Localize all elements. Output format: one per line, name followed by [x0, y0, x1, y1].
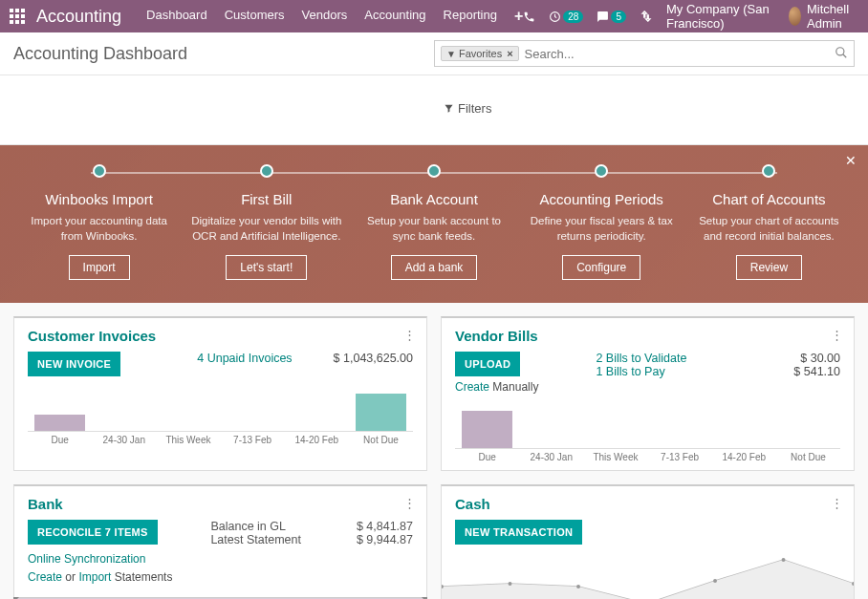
new-transaction-button[interactable]: NEW TRANSACTION: [455, 520, 582, 545]
company-switcher[interactable]: My Company (San Francisco): [666, 2, 775, 31]
nav-dashboard[interactable]: Dashboard: [146, 8, 207, 25]
unpaid-invoices-link[interactable]: 4 Unpaid Invoices: [197, 352, 292, 365]
online-sync-link[interactable]: Online Synchronization: [28, 552, 145, 566]
card-title[interactable]: Bank: [28, 496, 413, 512]
bills-to-pay-link[interactable]: 1 Bills to Pay: [596, 365, 664, 378]
user-name: Mitchell Admin: [807, 2, 858, 31]
validate-amount: $ 30.00: [754, 352, 840, 365]
cash-sparkline: [442, 558, 854, 599]
nav-reporting[interactable]: Reporting: [444, 8, 497, 25]
search-box[interactable]: ▼ Favorites ×: [434, 40, 855, 67]
review-button[interactable]: Review: [736, 255, 802, 280]
vendor-bar-chart: [455, 411, 840, 449]
svg-line-2: [843, 53, 847, 57]
step-winbooks: Winbooks Import Import your accounting d…: [15, 164, 183, 280]
card-bank: Bank RECONCILE 7 ITEMS Online Synchroniz…: [13, 484, 427, 599]
svg-point-1: [836, 47, 844, 54]
onboarding-banner: ✕ Winbooks Import Import your accounting…: [0, 145, 868, 303]
lets-start-button[interactable]: Let's start!: [226, 255, 307, 280]
user-menu[interactable]: Mitchell Admin: [789, 2, 858, 31]
topbar-right: 28 5 My Company (San Francisco) Mitchell…: [523, 2, 858, 31]
main-nav: Dashboard Customers Vendors Accounting R…: [146, 8, 523, 25]
import-button[interactable]: Import: [69, 255, 130, 280]
step-first-bill: First Bill Digitalize your vendor bills …: [183, 164, 350, 280]
breadcrumb-bar: Accounting Dashboard ▼ Favorites ×: [0, 32, 868, 75]
svg-point-8: [509, 582, 512, 586]
topbar: Accounting Dashboard Customers Vendors A…: [0, 0, 868, 32]
activity-icon[interactable]: 28: [549, 11, 583, 23]
page-title: Accounting Dashboard: [13, 44, 187, 64]
step-coa: Chart of Accounts Setup your chart of ac…: [685, 164, 853, 280]
latest-statement: $ 9,944.87: [357, 533, 413, 546]
create-link[interactable]: Create: [455, 380, 489, 394]
tray-icon[interactable]: [640, 10, 653, 23]
card-customer-invoices: Customer Invoices NEW INVOICE 4 Unpaid I…: [13, 316, 427, 471]
reconcile-button[interactable]: RECONCILE 7 ITEMS: [28, 520, 158, 545]
funnel-icon: ▼: [446, 49, 456, 59]
app-title[interactable]: Accounting: [36, 7, 121, 27]
step-dot-icon: [595, 164, 608, 178]
kebab-icon[interactable]: [403, 496, 417, 510]
create-stmt-link[interactable]: Create: [28, 570, 62, 584]
messages-badge: 5: [611, 11, 626, 23]
card-vendor-bills: Vendor Bills UPLOAD Create Manually 2 Bi…: [441, 316, 855, 471]
import-stmt-link[interactable]: Import: [78, 570, 111, 584]
invoices-bar-chart: [28, 394, 413, 432]
svg-point-11: [713, 579, 717, 583]
bills-to-validate-link[interactable]: 2 Bills to Validate: [596, 352, 686, 365]
svg-point-12: [782, 558, 786, 562]
card-title[interactable]: Vendor Bills: [455, 328, 840, 344]
add-bank-button[interactable]: Add a bank: [391, 255, 478, 280]
kebab-icon[interactable]: [831, 496, 844, 510]
kebab-icon[interactable]: [831, 328, 844, 342]
filter-bar: Filters Group By Favorites 1-8 / 8 ‹ ›: [0, 75, 868, 145]
avatar: [789, 7, 801, 26]
activity-badge: 28: [563, 11, 583, 23]
nav-vendors[interactable]: Vendors: [302, 8, 348, 25]
nav-accounting[interactable]: Accounting: [364, 8, 425, 25]
kebab-icon[interactable]: [403, 328, 417, 342]
step-dot-icon: [762, 164, 775, 178]
step-bank-account: Bank Account Setup your bank account to …: [350, 164, 517, 280]
card-title[interactable]: Customer Invoices: [28, 328, 413, 344]
invoices-amount: $ 1,043,625.00: [327, 352, 413, 376]
step-periods: Accounting Periods Define your fiscal ye…: [518, 164, 685, 280]
apps-icon[interactable]: [10, 9, 25, 24]
step-dot-icon: [260, 164, 273, 178]
balance-gl: $ 4,841.87: [357, 520, 413, 533]
svg-point-9: [576, 585, 580, 588]
new-invoice-button[interactable]: NEW INVOICE: [28, 352, 120, 376]
dashboard-cards: Customer Invoices NEW INVOICE 4 Unpaid I…: [0, 303, 868, 599]
step-dot-icon: [427, 164, 441, 178]
filters-button[interactable]: Filters: [444, 94, 491, 122]
phone-icon[interactable]: [523, 11, 535, 23]
card-cash: Cash NEW TRANSACTION: [441, 484, 855, 599]
chip-remove-icon[interactable]: ×: [507, 48, 512, 59]
configure-button[interactable]: Configure: [562, 255, 640, 280]
card-title[interactable]: Cash: [455, 496, 840, 512]
chart-labels: Due24-30 JanThis Week7-13 Feb14-20 FebNo…: [28, 435, 413, 453]
svg-marker-6: [442, 560, 854, 599]
search-input[interactable]: [525, 47, 835, 61]
pay-amount: $ 541.10: [754, 365, 840, 378]
nav-new-icon[interactable]: +: [514, 8, 523, 25]
messages-icon[interactable]: 5: [597, 11, 626, 23]
step-dot-icon: [93, 164, 106, 178]
upload-button[interactable]: UPLOAD: [455, 352, 520, 376]
chart-labels: Due24-30 JanThis Week7-13 Feb14-20 FebNo…: [455, 452, 840, 470]
nav-customers[interactable]: Customers: [225, 8, 285, 25]
search-icon[interactable]: [835, 46, 848, 62]
search-chip-favorites[interactable]: ▼ Favorites ×: [441, 46, 519, 61]
